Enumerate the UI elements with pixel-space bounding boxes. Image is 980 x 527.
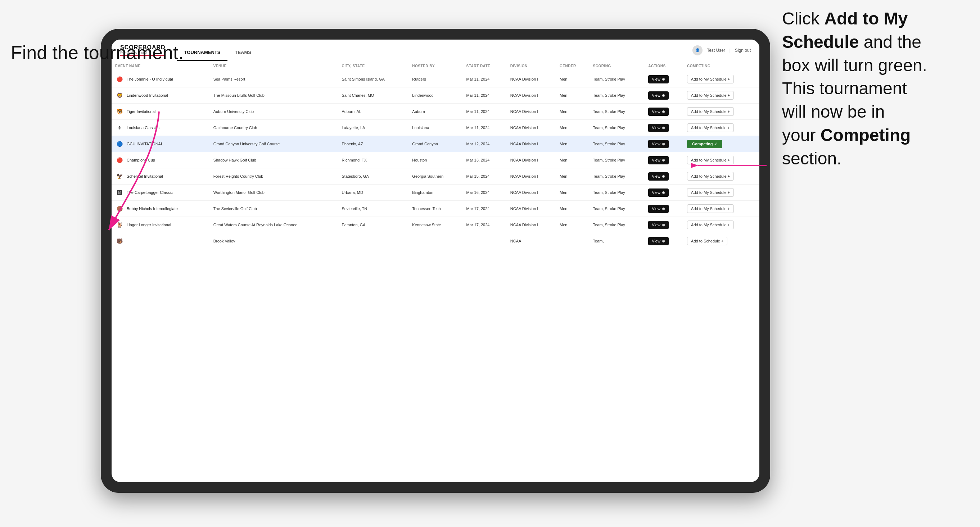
table-row: 🐯 Tiger Invitational Auburn University C…	[111, 103, 759, 120]
view-button[interactable]: View ⊕	[648, 205, 669, 213]
view-button[interactable]: View ⊕	[648, 172, 669, 181]
start-date-cell: Mar 15, 2024	[463, 168, 507, 184]
col-city-state: CITY, STATE	[338, 61, 409, 71]
city-state-cell: Statesboro, GA	[338, 168, 409, 184]
event-name-text: Linger Longer Invitational	[127, 222, 171, 227]
scoring-cell: Team, Stroke Play	[590, 120, 645, 136]
division-cell: NCAA Division I	[507, 184, 556, 201]
tab-teams[interactable]: TEAMS	[228, 50, 258, 61]
hosted-by-cell: Binghamton	[409, 184, 463, 201]
event-name-cell: 🟤 Bobby Nichols Intercollegiate	[111, 201, 210, 217]
view-icon: ⊕	[662, 174, 665, 179]
col-hosted-by: HOSTED BY	[409, 61, 463, 71]
view-button[interactable]: View ⊕	[648, 221, 669, 229]
add-to-schedule-button[interactable]: Add to Schedule +	[687, 237, 727, 245]
start-date-cell: Mar 11, 2024	[463, 120, 507, 136]
city-state-cell: Saint Simons Island, GA	[338, 71, 409, 87]
hosted-by-cell: Lindenwood	[409, 87, 463, 103]
add-to-schedule-button[interactable]: Add to My Schedule +	[687, 188, 734, 197]
actions-cell: View ⊕	[644, 136, 683, 152]
gender-cell: Men	[556, 87, 590, 103]
event-name-text: Schenkel Invitational	[127, 174, 163, 179]
scoring-cell: Team, Stroke Play	[590, 168, 645, 184]
user-avatar: 👤	[692, 45, 703, 56]
actions-cell: View ⊕	[644, 87, 683, 103]
hosted-by-cell: Kennesaw State	[409, 217, 463, 233]
tab-tournaments[interactable]: TOURNAMENTS	[177, 50, 228, 61]
table-row: 🔵 GCU INVITATIONAL Grand Canyon Universi…	[111, 136, 759, 152]
table-row: 🦁 Lindenwood Invitational The Missouri B…	[111, 87, 759, 103]
venue-cell: Forest Heights Country Club	[210, 168, 338, 184]
event-name-cell: 🔴 Champions Cup	[111, 152, 210, 168]
event-name-cell: 🔴 The Johnnie - O Individual	[111, 71, 210, 87]
scoring-cell: Team, Stroke Play	[590, 152, 645, 168]
event-name-cell: 🅱 The Carpetbagger Classic	[111, 184, 210, 201]
hosted-by-cell: Louisiana	[409, 120, 463, 136]
division-cell: NCAA Division I	[507, 136, 556, 152]
table-row: 🔴 The Johnnie - O Individual Sea Palms R…	[111, 71, 759, 87]
hosted-by-cell: Rutgers	[409, 71, 463, 87]
scoring-cell: Team, Stroke Play	[590, 87, 645, 103]
view-button[interactable]: View ⊕	[648, 189, 669, 197]
col-actions: ACTIONS	[644, 61, 683, 71]
view-button[interactable]: View ⊕	[648, 156, 669, 164]
view-icon: ⊕	[662, 158, 665, 163]
add-to-schedule-button[interactable]: Add to My Schedule +	[687, 204, 734, 213]
event-name-text: The Johnnie - O Individual	[127, 77, 173, 82]
view-icon: ⊕	[662, 206, 665, 211]
header-right: 👤 Test User | Sign out	[692, 45, 751, 56]
add-to-schedule-button[interactable]: Add to My Schedule +	[687, 124, 734, 132]
view-button[interactable]: View ⊕	[648, 124, 669, 132]
annotation-right: Click Add to My Schedule and thebox will…	[782, 7, 969, 170]
scoring-cell: Team,	[590, 233, 645, 249]
competing-button[interactable]: Competing ✓	[687, 140, 722, 148]
app-header: SCOREBOARD Powered by clippd TOURNAMENTS…	[111, 40, 759, 61]
add-to-schedule-button[interactable]: Add to My Schedule +	[687, 91, 734, 100]
view-icon: ⊕	[662, 93, 665, 98]
user-name: Test User	[707, 48, 725, 53]
scoring-cell: Team, Stroke Play	[590, 201, 645, 217]
hosted-by-cell: Georgia Southern	[409, 168, 463, 184]
add-to-schedule-button[interactable]: Add to My Schedule +	[687, 172, 734, 181]
sign-out-link[interactable]: Sign out	[735, 48, 751, 53]
view-button[interactable]: View ⊕	[648, 108, 669, 116]
team-logo: 🦉	[115, 221, 124, 229]
col-venue: VENUE	[210, 61, 338, 71]
view-button[interactable]: View ⊕	[648, 237, 669, 245]
gender-cell: Men	[556, 71, 590, 87]
event-name-text: GCU INVITATIONAL	[127, 141, 163, 146]
actions-cell: View ⊕	[644, 71, 683, 87]
venue-cell: Brook Valley	[210, 233, 338, 249]
event-name-text: Champions Cup	[127, 157, 155, 163]
venue-cell: Great Waters Course At Reynolds Lake Oco…	[210, 217, 338, 233]
view-button[interactable]: View ⊕	[648, 140, 669, 148]
team-logo: 🐯	[115, 107, 124, 116]
add-to-schedule-button[interactable]: Add to My Schedule +	[687, 107, 734, 116]
division-cell: NCAA Division I	[507, 168, 556, 184]
team-logo: 🔴	[115, 75, 124, 83]
annotation-left: Find the tournament.	[11, 41, 183, 63]
competing-cell: Add to My Schedule +	[683, 120, 759, 136]
add-to-schedule-button[interactable]: Add to My Schedule +	[687, 156, 734, 164]
team-logo: ⚜	[115, 124, 124, 132]
view-button[interactable]: View ⊕	[648, 91, 669, 100]
event-name-cell: 🦁 Lindenwood Invitational	[111, 87, 210, 103]
city-state-cell: Urbana, MD	[338, 184, 409, 201]
table-row: 🔴 Champions Cup Shadow Hawk Golf ClubRic…	[111, 152, 759, 168]
actions-cell: View ⊕	[644, 233, 683, 249]
venue-cell: Oakbourne Country Club	[210, 120, 338, 136]
add-to-schedule-button[interactable]: Add to My Schedule +	[687, 221, 734, 229]
division-cell: NCAA Division I	[507, 201, 556, 217]
add-to-schedule-button[interactable]: Add to My Schedule +	[687, 75, 734, 83]
tournaments-table: EVENT NAME VENUE CITY, STATE HOSTED BY S…	[111, 61, 759, 249]
hosted-by-cell: Grand Canyon	[409, 136, 463, 152]
venue-cell: Shadow Hawk Golf Club	[210, 152, 338, 168]
view-button[interactable]: View ⊕	[648, 75, 669, 83]
view-icon: ⊕	[662, 77, 665, 82]
competing-cell: Add to My Schedule +	[683, 103, 759, 120]
gender-cell: Men	[556, 168, 590, 184]
scoring-cell: Team, Stroke Play	[590, 136, 645, 152]
division-cell: NCAA Division I	[507, 87, 556, 103]
table-header: EVENT NAME VENUE CITY, STATE HOSTED BY S…	[111, 61, 759, 71]
scoring-cell: Team, Stroke Play	[590, 217, 645, 233]
